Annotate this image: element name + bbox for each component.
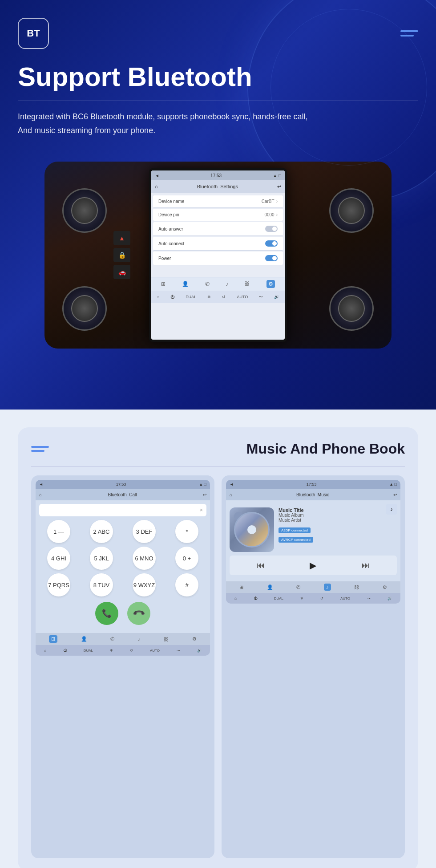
auto-connect-toggle[interactable]: [265, 240, 278, 247]
auto-answer-row[interactable]: Auto answer: [153, 222, 283, 236]
left-controls: ▲ 🔒 🚗: [113, 231, 130, 279]
grid-nav-icon[interactable]: ⊞: [161, 281, 166, 287]
prev-button[interactable]: ⏮: [257, 561, 265, 570]
nav-back-icon[interactable]: ↩: [277, 184, 281, 190]
hazard-button[interactable]: ▲: [113, 231, 130, 245]
call-person-icon[interactable]: 👤: [81, 636, 87, 642]
music-note-button[interactable]: ♪: [386, 504, 397, 515]
call-settings-icon[interactable]: ⚙: [192, 636, 197, 642]
music-bottom-nav: ⊞ 👤 ✆ ♪ ⛓ ⚙: [226, 581, 400, 593]
bluetooth-music-card: ◄ 17:53 ▲ □ ⌂ Bluetooth_Music ↩ ♪: [222, 475, 405, 858]
call-screen-title: Bluetooth_Call: [44, 492, 200, 497]
music-link-icon[interactable]: ⛓: [354, 584, 359, 590]
device-name-row[interactable]: Device name CarBT ›: [153, 195, 283, 208]
dial-key-7[interactable]: 7 PQRS: [47, 573, 70, 596]
bottom-section: Music And Phone Book ◄ 17:53 ▲ □: [0, 410, 436, 868]
clear-icon[interactable]: ×: [200, 507, 203, 513]
music-nav-icon[interactable]: ♪: [226, 281, 228, 287]
nav-home-icon[interactable]: ⌂: [155, 184, 158, 189]
dial-key-5[interactable]: 5 JKL: [90, 547, 113, 570]
person-nav-icon[interactable]: 👤: [182, 281, 189, 287]
hamburger-menu-button[interactable]: [400, 30, 418, 37]
music-nav: ⌂ Bluetooth_Music ↩: [226, 489, 400, 500]
seatbelt-button[interactable]: 🔒: [113, 248, 130, 262]
call-status-icons: ▲ □: [199, 482, 206, 487]
music-player-row: Music Title Music Album Music Artist A2D…: [230, 507, 397, 552]
bottom-card-divider: [31, 466, 405, 466]
speaker-right-top: [329, 188, 374, 233]
a2dp-badge: A2DP connected: [279, 527, 311, 533]
link-nav-icon[interactable]: ⛓: [245, 281, 250, 287]
bottom-card-header: Music And Phone Book: [31, 441, 405, 457]
auto-connect-row[interactable]: Auto connect: [153, 237, 283, 251]
play-button[interactable]: ▶: [310, 560, 316, 571]
screen-settings-body: Device name CarBT › Device pin 0000 ›: [151, 193, 285, 268]
answer-call-button[interactable]: 📞: [95, 602, 118, 625]
phone-nav-icon[interactable]: ✆: [205, 281, 210, 287]
call-topbar-time: 17:53: [116, 482, 126, 487]
speaker-left-top: [62, 188, 107, 233]
search-bar[interactable]: ×: [39, 504, 206, 516]
bluetooth-call-card: ◄ 17:53 ▲ □ ⌂ Bluetooth_Call ↩: [31, 475, 214, 858]
power-row[interactable]: Power: [153, 251, 283, 265]
music-topbar-time: 17:53: [307, 482, 317, 487]
car-interior: ▲ 🔒 🚗 ◄ 17:53 ▲ □ ⌂ Bluetooth_Settin: [44, 162, 392, 349]
power-toggle[interactable]: [265, 255, 278, 261]
dial-key-star[interactable]: *: [175, 520, 198, 543]
dial-key-8[interactable]: 8 TUV: [90, 573, 113, 596]
call-phone-icon[interactable]: ✆: [110, 636, 114, 642]
screen-topbar: ◄ 17:53 ▲ □: [151, 170, 285, 180]
music-back-arrow[interactable]: ◄: [230, 482, 234, 487]
speaker-left-bottom: [62, 286, 107, 331]
music-person-icon[interactable]: 👤: [267, 584, 273, 590]
music-phone-icon[interactable]: ✆: [296, 584, 300, 590]
dial-grid: 1 — 2 ABC 3 DEF * 4 GHI 5 JKL 6 MNO 0 + …: [39, 520, 206, 596]
bottom-card: Music And Phone Book ◄ 17:53 ▲ □: [18, 427, 418, 868]
music-title: Music Title: [279, 507, 397, 513]
call-nav: ⌂ Bluetooth_Call ↩: [36, 489, 210, 500]
back-arrow[interactable]: ◄: [155, 173, 159, 178]
music-car-controls: ⌂ ⏻ DUAL ❄ ↺ AUTO 〜 🔊: [226, 593, 400, 604]
settings-nav-icon[interactable]: ⚙: [266, 280, 275, 288]
music-grid-icon[interactable]: ⊞: [239, 584, 243, 590]
music-status-icons: ▲ □: [389, 482, 397, 487]
music-music-icon[interactable]: ♪: [324, 584, 331, 591]
music-settings-icon[interactable]: ⚙: [383, 584, 387, 590]
music-home-icon[interactable]: ⌂: [230, 492, 232, 497]
call-bottom-nav: ⊞ 👤 ✆ ♪ ⛓ ⚙: [36, 633, 210, 645]
dial-key-9[interactable]: 9 WXYZ: [133, 573, 156, 596]
call-home-icon[interactable]: ⌂: [39, 492, 42, 497]
music-info: Music Title Music Album Music Artist A2D…: [279, 507, 397, 544]
call-grid-icon[interactable]: ⊞: [49, 635, 57, 643]
call-back-arrow[interactable]: ◄: [39, 482, 43, 487]
screen-panel: ◄ 17:53 ▲ □ ⌂ Bluetooth_Settings ↩: [149, 168, 287, 342]
auto-answer-toggle[interactable]: [265, 226, 278, 232]
bottom-card-menu-icon[interactable]: [31, 446, 49, 452]
car-button[interactable]: 🚗: [113, 265, 130, 279]
bt-settings-screen: ◄ 17:53 ▲ □ ⌂ Bluetooth_Settings ↩: [151, 170, 285, 340]
music-screen-title: Bluetooth_Music: [235, 492, 391, 497]
next-button[interactable]: ⏭: [362, 561, 370, 570]
dial-key-hash[interactable]: #: [175, 573, 198, 596]
music-back-icon[interactable]: ↩: [393, 492, 397, 497]
album-art: [230, 507, 274, 552]
dial-key-2[interactable]: 2 ABC: [90, 520, 113, 543]
call-music-icon[interactable]: ♪: [138, 637, 141, 642]
music-wrapper: ♪: [226, 500, 400, 581]
dial-key-3[interactable]: 3 DEF: [133, 520, 156, 543]
device-pin-row[interactable]: Device pin 0000 ›: [153, 209, 283, 221]
music-controls: ⏮ ▶ ⏭: [230, 556, 397, 575]
call-back-icon[interactable]: ↩: [203, 492, 206, 497]
dial-key-6[interactable]: 6 MNO: [133, 547, 156, 570]
dial-key-4[interactable]: 4 GHI: [47, 547, 70, 570]
reject-call-button[interactable]: 📞: [122, 597, 155, 630]
screen-time: 17:53: [210, 173, 222, 178]
screen-bottom-nav: ⊞ 👤 ✆ ♪ ⛓ ⚙: [151, 277, 285, 291]
hero-top-bar: BT: [18, 18, 418, 49]
hero-divider: [18, 101, 418, 101]
dial-key-1[interactable]: 1 —: [47, 520, 70, 543]
speaker-right-bottom: [329, 286, 374, 331]
dialpad-wrapper: × 1 — 2 ABC 3 DEF * 4 GHI 5 JKL 6 MNO: [36, 500, 210, 633]
dial-key-0[interactable]: 0 +: [175, 547, 198, 570]
call-link-icon[interactable]: ⛓: [164, 637, 169, 642]
